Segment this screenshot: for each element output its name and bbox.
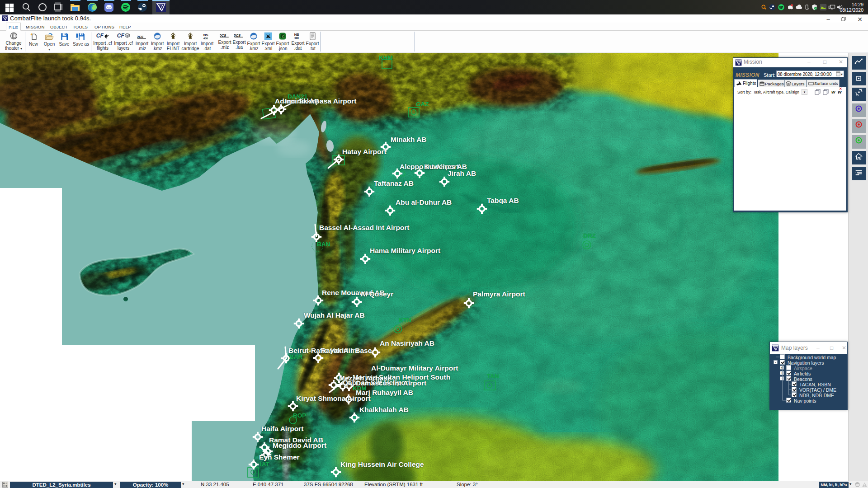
svg-text:NS: NS [203,33,208,37]
svg-text:CF: CF [96,33,104,39]
svg-text:NS: NS [294,33,299,37]
svg-text:DCS: DCS [220,33,226,38]
svg-text:DCS: DCS [137,35,144,39]
svg-text:430: 430 [203,37,208,40]
svg-text:430: 430 [294,36,299,39]
svg-text:CF: CF [117,33,125,39]
svg-text:DCS: DCS [234,33,241,38]
